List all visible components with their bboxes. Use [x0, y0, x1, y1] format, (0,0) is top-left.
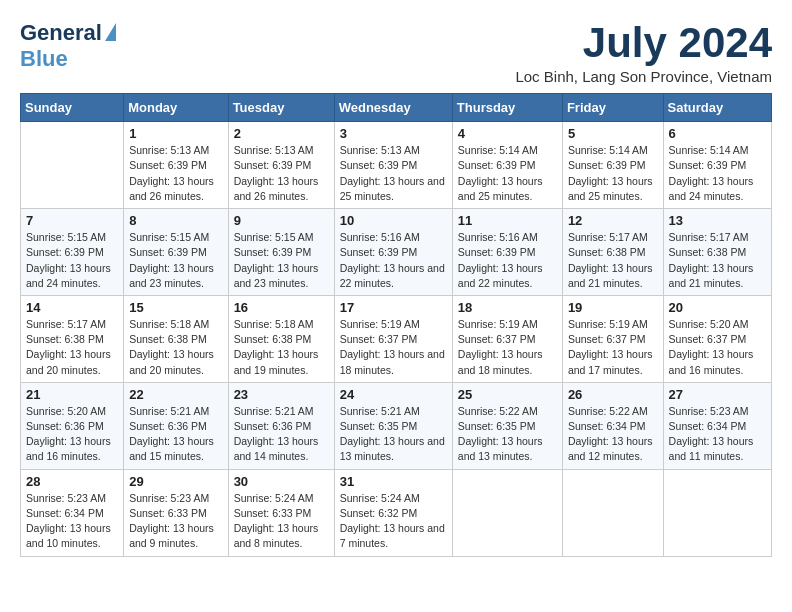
day-info: Sunrise: 5:16 AMSunset: 6:39 PMDaylight:…: [340, 230, 447, 291]
day-info: Sunrise: 5:14 AMSunset: 6:39 PMDaylight:…: [458, 143, 557, 204]
week-row-1: 1Sunrise: 5:13 AMSunset: 6:39 PMDaylight…: [21, 122, 772, 209]
weekday-header-saturday: Saturday: [663, 94, 771, 122]
day-cell: 3Sunrise: 5:13 AMSunset: 6:39 PMDaylight…: [334, 122, 452, 209]
page-header: General Blue July 2024 Loc Binh, Lang So…: [20, 20, 772, 85]
day-number: 27: [669, 387, 766, 402]
day-cell: 1Sunrise: 5:13 AMSunset: 6:39 PMDaylight…: [124, 122, 228, 209]
day-cell: 14Sunrise: 5:17 AMSunset: 6:38 PMDayligh…: [21, 295, 124, 382]
weekday-header-monday: Monday: [124, 94, 228, 122]
day-number: 20: [669, 300, 766, 315]
day-cell: 17Sunrise: 5:19 AMSunset: 6:37 PMDayligh…: [334, 295, 452, 382]
day-number: 13: [669, 213, 766, 228]
day-cell: 31Sunrise: 5:24 AMSunset: 6:32 PMDayligh…: [334, 469, 452, 556]
weekday-header-tuesday: Tuesday: [228, 94, 334, 122]
day-cell: 24Sunrise: 5:21 AMSunset: 6:35 PMDayligh…: [334, 382, 452, 469]
day-number: 7: [26, 213, 118, 228]
day-number: 3: [340, 126, 447, 141]
location: Loc Binh, Lang Son Province, Vietnam: [515, 68, 772, 85]
day-cell: [21, 122, 124, 209]
day-cell: 6Sunrise: 5:14 AMSunset: 6:39 PMDaylight…: [663, 122, 771, 209]
logo: General Blue: [20, 20, 116, 72]
week-row-4: 21Sunrise: 5:20 AMSunset: 6:36 PMDayligh…: [21, 382, 772, 469]
logo-triangle-icon: [105, 23, 116, 41]
day-info: Sunrise: 5:21 AMSunset: 6:36 PMDaylight:…: [129, 404, 222, 465]
week-row-3: 14Sunrise: 5:17 AMSunset: 6:38 PMDayligh…: [21, 295, 772, 382]
day-number: 8: [129, 213, 222, 228]
day-number: 4: [458, 126, 557, 141]
day-cell: 28Sunrise: 5:23 AMSunset: 6:34 PMDayligh…: [21, 469, 124, 556]
day-cell: 15Sunrise: 5:18 AMSunset: 6:38 PMDayligh…: [124, 295, 228, 382]
day-number: 15: [129, 300, 222, 315]
day-number: 1: [129, 126, 222, 141]
day-info: Sunrise: 5:15 AMSunset: 6:39 PMDaylight:…: [26, 230, 118, 291]
logo-general: General: [20, 20, 102, 46]
day-info: Sunrise: 5:22 AMSunset: 6:34 PMDaylight:…: [568, 404, 658, 465]
weekday-header-sunday: Sunday: [21, 94, 124, 122]
day-info: Sunrise: 5:13 AMSunset: 6:39 PMDaylight:…: [129, 143, 222, 204]
day-cell: 25Sunrise: 5:22 AMSunset: 6:35 PMDayligh…: [452, 382, 562, 469]
day-info: Sunrise: 5:22 AMSunset: 6:35 PMDaylight:…: [458, 404, 557, 465]
day-number: 26: [568, 387, 658, 402]
week-row-2: 7Sunrise: 5:15 AMSunset: 6:39 PMDaylight…: [21, 209, 772, 296]
day-info: Sunrise: 5:13 AMSunset: 6:39 PMDaylight:…: [340, 143, 447, 204]
day-cell: [562, 469, 663, 556]
day-info: Sunrise: 5:16 AMSunset: 6:39 PMDaylight:…: [458, 230, 557, 291]
day-cell: 27Sunrise: 5:23 AMSunset: 6:34 PMDayligh…: [663, 382, 771, 469]
day-info: Sunrise: 5:14 AMSunset: 6:39 PMDaylight:…: [568, 143, 658, 204]
day-number: 21: [26, 387, 118, 402]
day-info: Sunrise: 5:21 AMSunset: 6:35 PMDaylight:…: [340, 404, 447, 465]
day-number: 29: [129, 474, 222, 489]
day-cell: 19Sunrise: 5:19 AMSunset: 6:37 PMDayligh…: [562, 295, 663, 382]
day-info: Sunrise: 5:15 AMSunset: 6:39 PMDaylight:…: [129, 230, 222, 291]
day-number: 2: [234, 126, 329, 141]
day-cell: 8Sunrise: 5:15 AMSunset: 6:39 PMDaylight…: [124, 209, 228, 296]
day-number: 16: [234, 300, 329, 315]
day-info: Sunrise: 5:17 AMSunset: 6:38 PMDaylight:…: [669, 230, 766, 291]
day-number: 9: [234, 213, 329, 228]
day-info: Sunrise: 5:23 AMSunset: 6:34 PMDaylight:…: [26, 491, 118, 552]
week-row-5: 28Sunrise: 5:23 AMSunset: 6:34 PMDayligh…: [21, 469, 772, 556]
day-number: 28: [26, 474, 118, 489]
day-info: Sunrise: 5:23 AMSunset: 6:33 PMDaylight:…: [129, 491, 222, 552]
day-number: 11: [458, 213, 557, 228]
day-cell: 5Sunrise: 5:14 AMSunset: 6:39 PMDaylight…: [562, 122, 663, 209]
day-cell: 23Sunrise: 5:21 AMSunset: 6:36 PMDayligh…: [228, 382, 334, 469]
day-info: Sunrise: 5:14 AMSunset: 6:39 PMDaylight:…: [669, 143, 766, 204]
day-info: Sunrise: 5:19 AMSunset: 6:37 PMDaylight:…: [568, 317, 658, 378]
day-cell: 7Sunrise: 5:15 AMSunset: 6:39 PMDaylight…: [21, 209, 124, 296]
day-number: 22: [129, 387, 222, 402]
weekday-header-friday: Friday: [562, 94, 663, 122]
day-cell: 16Sunrise: 5:18 AMSunset: 6:38 PMDayligh…: [228, 295, 334, 382]
day-cell: 20Sunrise: 5:20 AMSunset: 6:37 PMDayligh…: [663, 295, 771, 382]
day-number: 6: [669, 126, 766, 141]
day-info: Sunrise: 5:20 AMSunset: 6:36 PMDaylight:…: [26, 404, 118, 465]
day-info: Sunrise: 5:15 AMSunset: 6:39 PMDaylight:…: [234, 230, 329, 291]
title-area: July 2024 Loc Binh, Lang Son Province, V…: [515, 20, 772, 85]
calendar-table: SundayMondayTuesdayWednesdayThursdayFrid…: [20, 93, 772, 556]
day-cell: 4Sunrise: 5:14 AMSunset: 6:39 PMDaylight…: [452, 122, 562, 209]
day-info: Sunrise: 5:17 AMSunset: 6:38 PMDaylight:…: [26, 317, 118, 378]
day-info: Sunrise: 5:19 AMSunset: 6:37 PMDaylight:…: [340, 317, 447, 378]
day-info: Sunrise: 5:24 AMSunset: 6:32 PMDaylight:…: [340, 491, 447, 552]
weekday-header-thursday: Thursday: [452, 94, 562, 122]
day-cell: [452, 469, 562, 556]
day-cell: 18Sunrise: 5:19 AMSunset: 6:37 PMDayligh…: [452, 295, 562, 382]
day-info: Sunrise: 5:19 AMSunset: 6:37 PMDaylight:…: [458, 317, 557, 378]
logo-blue: Blue: [20, 46, 68, 71]
day-info: Sunrise: 5:24 AMSunset: 6:33 PMDaylight:…: [234, 491, 329, 552]
day-number: 10: [340, 213, 447, 228]
day-number: 24: [340, 387, 447, 402]
month-title: July 2024: [515, 20, 772, 66]
day-number: 12: [568, 213, 658, 228]
day-info: Sunrise: 5:20 AMSunset: 6:37 PMDaylight:…: [669, 317, 766, 378]
day-cell: 29Sunrise: 5:23 AMSunset: 6:33 PMDayligh…: [124, 469, 228, 556]
day-cell: 9Sunrise: 5:15 AMSunset: 6:39 PMDaylight…: [228, 209, 334, 296]
day-number: 5: [568, 126, 658, 141]
day-number: 17: [340, 300, 447, 315]
day-cell: [663, 469, 771, 556]
day-number: 19: [568, 300, 658, 315]
day-cell: 21Sunrise: 5:20 AMSunset: 6:36 PMDayligh…: [21, 382, 124, 469]
day-info: Sunrise: 5:17 AMSunset: 6:38 PMDaylight:…: [568, 230, 658, 291]
day-info: Sunrise: 5:21 AMSunset: 6:36 PMDaylight:…: [234, 404, 329, 465]
day-info: Sunrise: 5:18 AMSunset: 6:38 PMDaylight:…: [129, 317, 222, 378]
